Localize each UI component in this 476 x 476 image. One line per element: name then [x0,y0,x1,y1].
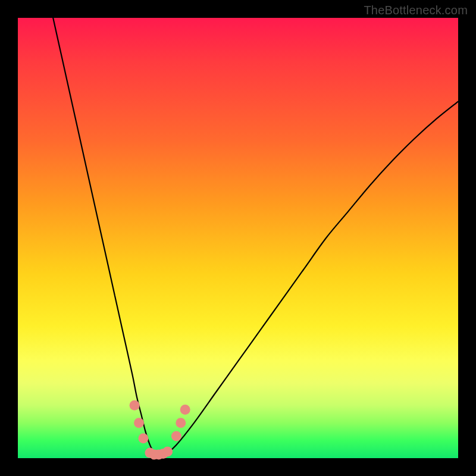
chart-frame: TheBottleneck.com [0,0,476,476]
bottleneck-curve [53,18,458,456]
highlight-dot [171,431,181,441]
highlight-dot [180,405,190,415]
highlight-dot [162,446,173,456]
plot-area [18,18,458,458]
highlight-dots [130,400,190,460]
watermark-text: TheBottleneck.com [364,4,468,17]
highlight-dot [138,433,148,443]
highlight-dot [176,418,186,428]
highlight-dot [134,418,144,428]
highlight-dot [130,400,140,411]
curve-layer [18,18,458,458]
